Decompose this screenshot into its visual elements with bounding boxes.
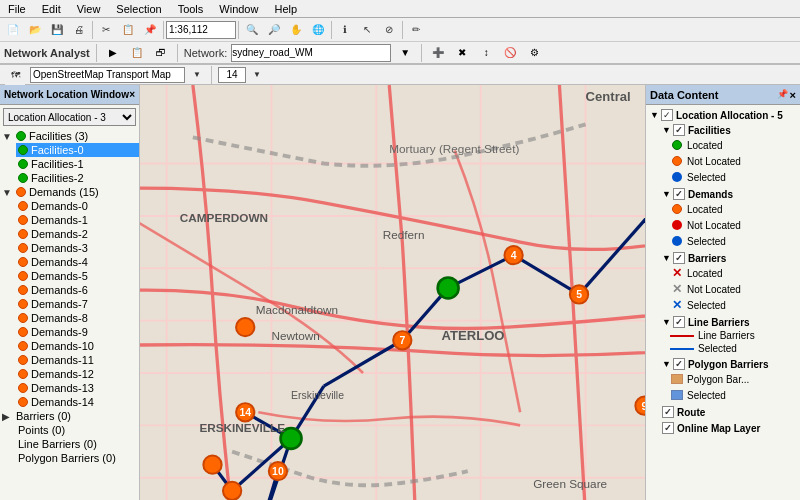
expand-pb-icon[interactable]: ▼: [662, 359, 671, 369]
font-size-dropdown[interactable]: ▼: [251, 67, 263, 83]
location-dropdown[interactable]: Location Allocation - 3: [3, 108, 136, 126]
dem-located-label: Located: [687, 204, 723, 215]
tree-barriers-poly[interactable]: Polygon Barriers (0): [16, 451, 139, 465]
tree-demand-5[interactable]: Demands-5: [16, 269, 139, 283]
tree-demand-4[interactable]: Demands-4: [16, 255, 139, 269]
basemap-dropdown-btn[interactable]: ▼: [190, 67, 204, 83]
d6-icon: [18, 285, 28, 295]
barriers-lines-label: Line Barriers (0): [18, 438, 97, 450]
tree-barriers-header[interactable]: ▶ Barriers (0): [0, 409, 139, 423]
tree-demand-13[interactable]: Demands-13: [16, 381, 139, 395]
om-checkbox[interactable]: [662, 422, 674, 434]
expand-bar-icon[interactable]: ▼: [662, 253, 671, 263]
font-size-input[interactable]: [218, 67, 246, 83]
menu-window[interactable]: Window: [211, 3, 266, 15]
na-network-input[interactable]: sydney_road_WM: [231, 44, 391, 62]
new-btn[interactable]: 📄: [3, 20, 23, 40]
menu-help[interactable]: Help: [266, 3, 305, 15]
tree-demand-14[interactable]: Demands-14: [16, 395, 139, 409]
sep3: [238, 21, 239, 39]
expand-facilities[interactable]: ▼: [2, 131, 16, 142]
zoom-out-btn[interactable]: 🔎: [264, 20, 284, 40]
basemap-input[interactable]: OpenStreetMap Transport Map: [30, 67, 185, 83]
menu-file[interactable]: File: [0, 3, 34, 15]
bar-checkbox[interactable]: [673, 252, 685, 264]
dem-notlocated: Not Located: [666, 217, 798, 233]
na-solve-btn[interactable]: ▶: [103, 43, 123, 63]
tree-barriers-points[interactable]: Points (0): [16, 423, 139, 437]
expand-demands[interactable]: ▼: [2, 187, 16, 198]
tree-demands-header[interactable]: ▼ Demands (15): [0, 185, 139, 199]
print-btn[interactable]: 🖨: [69, 20, 89, 40]
route-checkbox[interactable]: [662, 406, 674, 418]
left-panel-close[interactable]: ×: [129, 89, 135, 100]
na-barrier-btn[interactable]: 🚫: [500, 43, 520, 63]
expand-dem-icon[interactable]: ▼: [662, 189, 671, 199]
tree-facilities-1[interactable]: Facilities-1: [16, 157, 139, 171]
barriers-items: Points (0) Line Barriers (0) Polygon Bar…: [0, 423, 139, 465]
right-panel-close[interactable]: ×: [790, 89, 796, 101]
sep4: [331, 21, 332, 39]
na-add-btn[interactable]: ➕: [428, 43, 448, 63]
na-network-dropdown[interactable]: ▼: [395, 43, 415, 63]
expand-fac-icon[interactable]: ▼: [662, 125, 671, 135]
tree-facilities-2[interactable]: Facilities-2: [16, 171, 139, 185]
tree-demand-1[interactable]: Demands-1: [16, 213, 139, 227]
lb-selected-label: Selected: [698, 343, 737, 354]
na-directions-btn[interactable]: 📋: [127, 43, 147, 63]
menu-tools[interactable]: Tools: [170, 3, 212, 15]
na-options-btn[interactable]: ⚙: [524, 43, 544, 63]
tree-demand-2[interactable]: Demands-2: [16, 227, 139, 241]
select-btn[interactable]: ↖: [357, 20, 377, 40]
bar-located: ✕ Located: [666, 265, 798, 281]
clear-btn[interactable]: ⊘: [379, 20, 399, 40]
dem-label: Demands: [688, 189, 733, 200]
menu-view[interactable]: View: [69, 3, 109, 15]
legend-poly-barriers: ▼ Polygon Barriers Polygon Bar... Select…: [648, 357, 798, 403]
tree-facilities-header[interactable]: ▼ Facilities (3): [0, 129, 139, 143]
tree-demand-11[interactable]: Demands-11: [16, 353, 139, 367]
tree-demand-3[interactable]: Demands-3: [16, 241, 139, 255]
editor-btn[interactable]: ✏: [406, 20, 426, 40]
expand-lb-icon[interactable]: ▼: [662, 317, 671, 327]
basemap-icon[interactable]: 🗺: [5, 65, 25, 85]
tree-facilities-0[interactable]: Facilities-0: [16, 143, 139, 157]
fac-label: Facilities: [688, 125, 731, 136]
right-panel-pin[interactable]: 📌: [777, 89, 788, 101]
tree-demand-12[interactable]: Demands-12: [16, 367, 139, 381]
expand-barriers[interactable]: ▶: [2, 411, 16, 422]
tree-demand-9[interactable]: Demands-9: [16, 325, 139, 339]
pan-btn[interactable]: ✋: [286, 20, 306, 40]
na-move-btn[interactable]: ↕: [476, 43, 496, 63]
svg-text:Mortuary (Regent Street): Mortuary (Regent Street): [389, 142, 519, 155]
menu-selection[interactable]: Selection: [108, 3, 169, 15]
fac-selected: Selected: [666, 169, 798, 185]
layer-checkbox[interactable]: [661, 109, 673, 121]
cut-btn[interactable]: ✂: [96, 20, 116, 40]
tree-demand-7[interactable]: Demands-7: [16, 297, 139, 311]
lb-checkbox[interactable]: [673, 316, 685, 328]
expand-icon[interactable]: ▼: [650, 110, 659, 120]
tree-demand-6[interactable]: Demands-6: [16, 283, 139, 297]
tree-demand-8[interactable]: Demands-8: [16, 311, 139, 325]
pb-checkbox[interactable]: [673, 358, 685, 370]
copy-btn[interactable]: 📋: [118, 20, 138, 40]
pb-selected-symbol: [670, 388, 684, 402]
scale-input[interactable]: 1:36,112: [166, 21, 236, 39]
dem-checkbox[interactable]: [673, 188, 685, 200]
full-extent-btn[interactable]: 🌐: [308, 20, 328, 40]
map-area[interactable]: 4 5 9 2 3 14 1: [140, 85, 645, 500]
legend-barriers-header: ▼ Barriers: [648, 251, 798, 265]
identify-btn[interactable]: ℹ: [335, 20, 355, 40]
menu-edit[interactable]: Edit: [34, 3, 69, 15]
save-btn[interactable]: 💾: [47, 20, 67, 40]
fac-checkbox[interactable]: [673, 124, 685, 136]
open-btn[interactable]: 📂: [25, 20, 45, 40]
tree-demand-0[interactable]: Demands-0: [16, 199, 139, 213]
zoom-in-btn[interactable]: 🔍: [242, 20, 262, 40]
na-delete-btn[interactable]: ✖: [452, 43, 472, 63]
paste-btn[interactable]: 📌: [140, 20, 160, 40]
tree-barriers-lines[interactable]: Line Barriers (0): [16, 437, 139, 451]
tree-demand-10[interactable]: Demands-10: [16, 339, 139, 353]
na-window-btn[interactable]: 🗗: [151, 43, 171, 63]
